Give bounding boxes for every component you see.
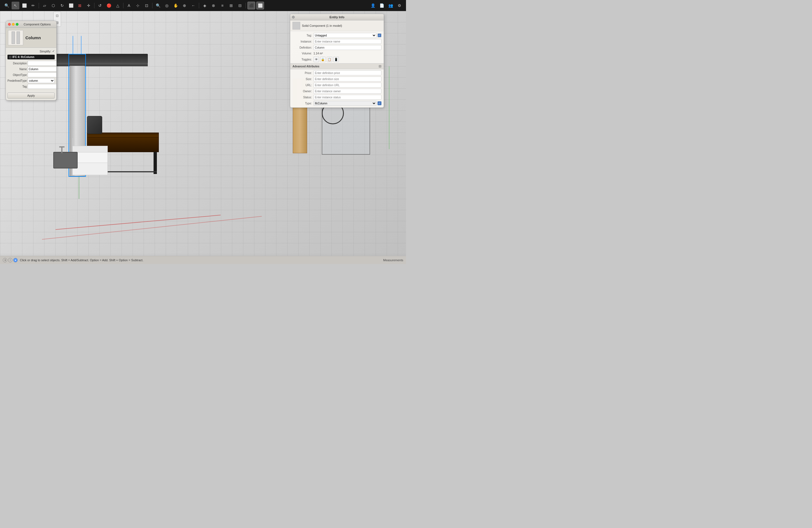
lock-toggle[interactable]: 🔒 <box>320 57 325 62</box>
file-icon[interactable]: 📄 <box>378 2 386 10</box>
status-bar: ℹ ! ● Click or drag to select objects. S… <box>0 256 406 264</box>
sep3 <box>123 3 124 8</box>
warning-icon[interactable]: ! <box>8 258 12 262</box>
entity-volume-value: 1.14 m³ <box>314 52 381 55</box>
description-row: Description <box>8 61 55 66</box>
component-panel-title: Component Options <box>20 23 54 26</box>
object-type-input[interactable] <box>28 72 57 77</box>
close-button[interactable] <box>8 23 11 26</box>
toolbar: 🔍 ↖ ⬜ ✏ ▱ ⬡ ↻ ⬜ ⊠ ✛ ↺ 🔴 △ A ⊹ ⊡ 🔍 ◎ ✋ ⊕ … <box>0 0 406 11</box>
protractor-tool-icon[interactable]: △ <box>114 2 121 10</box>
description-label: Description <box>8 62 27 65</box>
name-input[interactable] <box>28 67 57 72</box>
xray-icon[interactable]: ⊗ <box>209 2 217 10</box>
follow-me-tool-icon[interactable]: ⬜ <box>67 2 75 10</box>
tags-icon[interactable]: ⊞ <box>227 2 235 10</box>
entity-type-row: Type: IfcColumn IfcBeam IfcWall ✓ <box>290 100 383 106</box>
entity-subtitle: Solid Component (1 in model) <box>302 24 342 27</box>
tag-field-input[interactable] <box>28 84 57 89</box>
sections-icon[interactable]: ⊟ <box>236 2 244 10</box>
tape-tool-icon[interactable]: 🔴 <box>105 2 113 10</box>
entity-status-row: Status: <box>290 94 383 100</box>
minimize-button[interactable] <box>12 23 15 26</box>
entity-price-input[interactable] <box>314 70 381 75</box>
visibility-toggle[interactable]: 👁 <box>314 57 319 62</box>
entity-tag-row: Tag: Untagged ✓ <box>290 32 383 39</box>
faucet-head <box>59 146 64 147</box>
sink <box>53 152 77 168</box>
component-preview-area: Column <box>6 28 56 48</box>
shadow-toggle[interactable]: 📋 <box>327 57 332 62</box>
push-pull-tool-icon[interactable]: ⬡ <box>49 2 57 10</box>
entity-type-checkbox[interactable]: ✓ <box>378 101 381 105</box>
search-tool-icon[interactable]: 🔍 <box>154 2 162 10</box>
axes-tool-icon[interactable]: ⊹ <box>134 2 142 10</box>
prev-view-icon[interactable]: ← <box>189 2 197 10</box>
sep1 <box>39 3 39 8</box>
scenes-icon[interactable]: ⬛ <box>247 2 255 10</box>
component-panel-titlebar: Component Options <box>6 21 56 28</box>
entity-url-input[interactable] <box>314 83 381 88</box>
maximize-button[interactable] <box>16 23 18 26</box>
entity-instance-input[interactable] <box>314 39 381 44</box>
entity-definition-row: Definition: <box>290 44 383 50</box>
zoom-extents-icon[interactable]: ⊕ <box>180 2 188 10</box>
slab-side <box>54 63 148 66</box>
layers-icon[interactable]: ≡ <box>218 2 226 10</box>
entity-close-button[interactable] <box>292 16 295 18</box>
entity-volume-row: Volume: 1.14 m³ <box>290 50 383 56</box>
status-message: Click or drag to select objects. Shift =… <box>20 259 143 262</box>
apply-button[interactable]: Apply <box>8 92 55 99</box>
entity-type-select[interactable]: IfcColumn IfcBeam IfcWall <box>314 101 376 106</box>
tag-field-label: Tag <box>8 85 27 88</box>
styles-icon[interactable]: ◈ <box>201 2 208 10</box>
entity-price-label: Price: <box>292 72 312 75</box>
entity-owner-input[interactable] <box>314 89 381 93</box>
ifc-dot <box>9 56 11 58</box>
orbit-tool-icon[interactable]: ◎ <box>163 2 171 10</box>
entity-size-label: Size: <box>292 78 312 80</box>
entity-titlebar: Entity Info <box>290 14 383 20</box>
text-tool-icon[interactable]: A <box>125 2 133 10</box>
tag-field-row: Tag <box>8 84 55 89</box>
entity-size-row: Size: <box>290 76 383 82</box>
ifc-icon[interactable]: ⬜ <box>256 2 264 10</box>
advanced-section-header: Advanced Attributes ⊟ <box>290 63 383 69</box>
sep5 <box>199 3 199 8</box>
select-tool-icon[interactable]: ↖ <box>12 2 19 10</box>
advanced-section-icon[interactable]: ⊟ <box>379 64 381 68</box>
offset-tool-icon[interactable]: ↺ <box>96 2 104 10</box>
description-input[interactable] <box>28 61 57 66</box>
pencil-tool-icon[interactable]: ✏ <box>29 2 37 10</box>
entity-size-input[interactable] <box>314 76 381 82</box>
user-profile-icon[interactable]: 👤 <box>369 2 377 10</box>
settings-icon[interactable]: ⚙ <box>395 2 403 10</box>
section-tool-icon[interactable]: ⊡ <box>143 2 150 10</box>
entity-tag-checkbox[interactable]: ✓ <box>378 33 381 37</box>
account-icon[interactable]: 👥 <box>387 2 394 10</box>
active-icon[interactable]: ● <box>13 258 18 262</box>
float-icon-1[interactable]: ⊡ <box>54 13 60 19</box>
zoom-tool-icon[interactable]: 🔍 <box>3 2 11 10</box>
desk-leg-right <box>154 152 157 174</box>
simplify-row: Simplify: ✓ <box>8 49 55 53</box>
shapes-tool-icon[interactable]: ▱ <box>41 2 48 10</box>
move-tool-icon[interactable]: ✛ <box>85 2 92 10</box>
entity-definition-label: Definition: <box>292 46 312 49</box>
entity-tag-select[interactable]: Untagged <box>314 33 376 38</box>
rotate-tool-icon[interactable]: ↻ <box>58 2 66 10</box>
predefined-type-select[interactable]: column COLUMN PILASTER <box>28 78 55 83</box>
eraser-tool-icon[interactable]: ⬜ <box>20 2 28 10</box>
status-icons: ℹ ! ● <box>3 258 18 262</box>
scale-tool-icon[interactable]: ⊠ <box>76 2 84 10</box>
entity-price-row: Price: <box>290 70 383 76</box>
predefined-type-label: PredefinedType <box>8 79 27 82</box>
pan-tool-icon[interactable]: ✋ <box>172 2 179 10</box>
entity-status-input[interactable] <box>314 95 381 100</box>
entity-definition-input[interactable] <box>314 45 381 50</box>
object-type-label: ObjectType <box>8 73 27 76</box>
entity-title: Entity Info <box>330 15 344 19</box>
info-icon[interactable]: ℹ <box>3 258 7 262</box>
ifc-header: IFC 4: IfcColumn <box>8 55 55 59</box>
cast-toggle[interactable]: 📱 <box>333 57 339 62</box>
